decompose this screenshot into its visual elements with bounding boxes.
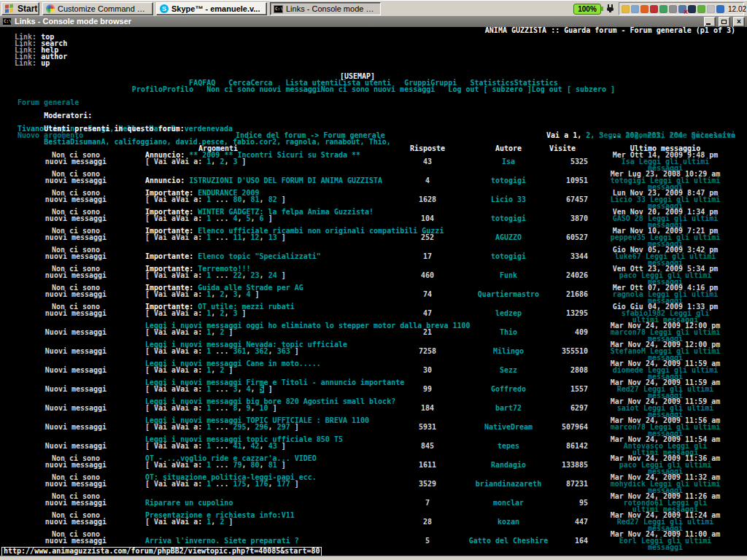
topic-page-link[interactable]: 363 xyxy=(277,347,290,355)
page-separator: , xyxy=(251,214,260,222)
topic-page-link[interactable]: 24 xyxy=(268,271,277,279)
goto-page-close: ] xyxy=(268,404,277,412)
goto-page-close: ] xyxy=(277,442,286,450)
goto-page-close: ] xyxy=(224,328,233,336)
battery-indicator[interactable]: 100% xyxy=(573,4,601,15)
topic-status: Non ci sononuovi messaggi xyxy=(18,152,134,171)
last-post-link[interactable]: messaggi xyxy=(592,544,738,551)
views-count: 24026 xyxy=(537,272,588,279)
goto-page-close: ] xyxy=(237,158,246,166)
topic-title-link[interactable]: ISTRUZIONI D'USO DEL FORUM DI ANIMA GUZZ… xyxy=(189,176,382,184)
topic-title-link[interactable]: Arriva l'inverno. Siete preparati ? xyxy=(145,537,299,545)
topic-page-link[interactable]: 177 xyxy=(277,480,290,488)
topic-page-link[interactable]: 295 xyxy=(233,423,246,431)
views-count: 5325 xyxy=(537,158,588,165)
replies-count: 30 xyxy=(406,367,449,373)
page-separator: , xyxy=(241,442,250,450)
ati-icon[interactable] xyxy=(650,5,658,13)
topic-page-link[interactable]: 42 xyxy=(251,442,260,450)
nav-link[interactable]: Non ci sono nuovi messaggiNon ci sono nu… xyxy=(206,85,435,93)
goto-page-label: [ Vai aVai a: xyxy=(145,442,206,450)
goto-page-close: ] xyxy=(264,214,273,222)
forum-name[interactable]: Forum generale xyxy=(18,99,79,106)
topic-page-link[interactable]: 23 xyxy=(251,271,260,279)
breadcrumb[interactable]: Indice del forum -> Forum generale xyxy=(236,132,385,139)
goto-page-label: [ Vai aVai a: xyxy=(145,290,206,298)
topic-page-link[interactable]: 175 xyxy=(233,480,246,488)
topic-page-link[interactable]: 297 xyxy=(277,423,290,431)
pagination-label: Vai a 1, xyxy=(546,131,586,139)
topic-page-link[interactable]: 11 xyxy=(233,233,241,241)
topic-status: Non ci sononuovi messaggi xyxy=(18,209,134,228)
topic-status-line2: nuovi messaggi xyxy=(18,310,134,316)
last-message-cell: Mar Nov 24, 2009 11:56 ammarcon78 Leggi … xyxy=(592,417,738,437)
taskbar-app-customize-command[interactable]: Customize Command Pro... xyxy=(42,2,153,15)
mark-read-link[interactable]: Segna argomenti come gi'a letti xyxy=(599,132,735,139)
page-separator: ... xyxy=(211,461,233,469)
console-link-up[interactable]: up xyxy=(41,59,50,67)
page-separator: , xyxy=(268,423,277,431)
lock-icon[interactable] xyxy=(669,5,677,13)
topic-page-link[interactable]: 296 xyxy=(255,423,268,431)
scheduler-clock-icon[interactable] xyxy=(707,5,715,13)
topic-status: Nuovi messaggi xyxy=(18,379,134,399)
wireless-signal-icon[interactable] xyxy=(631,5,639,13)
updater-icon[interactable] xyxy=(640,5,649,13)
topic-status-line2: Nuovi messaggi xyxy=(18,443,134,449)
moderators-line: Moderatori: olimpino, Fange, Nello, Marc… xyxy=(18,106,233,112)
page-separator: , xyxy=(241,195,250,203)
close-button[interactable]: × xyxy=(733,17,745,27)
topic-status: Nuovi messaggi xyxy=(18,398,134,418)
power-meter-icon[interactable] xyxy=(688,5,696,13)
topic-page-link[interactable]: 361 xyxy=(233,347,246,355)
views-count: 10951 xyxy=(537,177,588,184)
topic-page-link[interactable]: 13 xyxy=(268,233,277,241)
page-separator: ... xyxy=(211,195,233,203)
topic-title-link[interactable]: Elenco topic "Specializzati" xyxy=(198,252,321,260)
volume-icon[interactable] xyxy=(622,5,630,13)
goto-page-label: [ Vai aVai a: xyxy=(145,309,206,317)
topic-page-link[interactable]: 12 xyxy=(251,233,260,241)
forum-topic-row: Nuovi messaggiLeggi i nuovi messaggi TOP… xyxy=(0,417,747,436)
topic-status-line2: nuovi messaggi xyxy=(18,234,134,241)
topic-page-link[interactable]: 10 xyxy=(260,404,268,412)
topic-page-link[interactable]: 43 xyxy=(268,442,277,450)
network-globe-icon[interactable] xyxy=(659,5,667,13)
restore-button[interactable] xyxy=(719,17,730,27)
shield-icon[interactable] xyxy=(697,5,705,13)
nav-link[interactable]: Log out [ subzero ]Log out [ subzero ] xyxy=(448,85,615,93)
topic-page-link[interactable]: 82 xyxy=(268,195,277,203)
taskbar-app-skype[interactable]: S Skype™ - emanuele.v... xyxy=(156,2,267,15)
new-topic-button[interactable]: Nuovo argomento xyxy=(18,132,83,139)
display-error-icon[interactable] xyxy=(678,5,686,13)
nav-link[interactable]: ProfiloProfilo xyxy=(132,85,193,93)
last-message-cell: Gio Nov 05, 2009 3:42 pmluke67 Leggi gli… xyxy=(592,246,738,266)
topic-status: Non ci sononuovi messaggi xyxy=(18,493,134,513)
topic-title-link[interactable]: Riparare un cupolino xyxy=(145,499,233,507)
topic-page-link[interactable]: 79 xyxy=(233,461,241,469)
topic-page-link[interactable]: 176 xyxy=(255,480,268,488)
topic-page-link[interactable]: 362 xyxy=(255,347,268,355)
topic-page-link[interactable]: 22 xyxy=(233,271,241,279)
topic-status: Nuovi messaggi xyxy=(18,322,134,342)
topic-page-link[interactable]: 41 xyxy=(233,442,241,450)
internet-globe-icon[interactable] xyxy=(716,5,724,13)
topic-status: Nuovi messaggi xyxy=(18,341,134,361)
topic-page-link[interactable]: 80 xyxy=(251,461,260,469)
last-message-cell: Mar Nov 24, 2009 11:59 amdiomede Leggi g… xyxy=(592,360,738,380)
start-button[interactable]: Start xyxy=(1,2,39,15)
last-message-cell: Mar Nov 24, 2009 12:00 pmmarcon78 Leggi … xyxy=(592,322,738,342)
taskbar-app-links[interactable]: C:\ Links - Console mode bro... xyxy=(270,2,381,15)
views-count: 355510 xyxy=(537,348,588,354)
minimize-button[interactable] xyxy=(704,17,716,27)
topic-page-link[interactable]: 81 xyxy=(251,195,260,203)
views-count: 6297 xyxy=(537,405,588,411)
topic-page-link[interactable]: 80 xyxy=(233,195,241,203)
topic-status: Non ci sononuovi messaggi xyxy=(18,512,134,532)
goto-page-close: ] xyxy=(290,423,299,431)
forum-topic-row: Non ci sononuovi messaggiImportante: Ele… xyxy=(0,246,747,265)
topic-status: Nuovi messaggi xyxy=(18,417,134,437)
topic-page-link[interactable]: 81 xyxy=(268,461,277,469)
page-separator: ... xyxy=(211,423,233,431)
page-separator: ... xyxy=(211,385,233,393)
